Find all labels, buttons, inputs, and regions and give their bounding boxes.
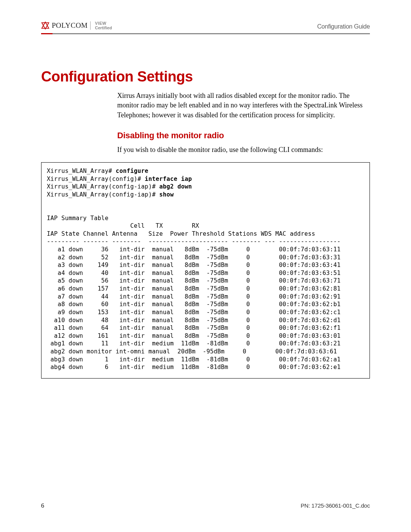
iap-row: abg4 down 6 int-dir medium 11dBm -81dBm … — [47, 364, 341, 371]
cli-output-box: Xirrus_WLAN_Array# configure Xirrus_WLAN… — [41, 162, 370, 379]
iap-summary-title: IAP Summary Table — [47, 215, 108, 222]
cli-prompt: Xirrus_WLAN_Array(config-iap)# — [47, 183, 159, 190]
iap-row: a12 down 161 int-dir manual 8dBm -75dBm … — [47, 332, 341, 339]
cert-line2: Certified — [95, 26, 112, 30]
cli-prompt: Xirrus_WLAN_Array# — [47, 168, 116, 174]
iap-row: abg2 down monitor int-omni manual 20dBm … — [47, 348, 337, 355]
cli-prompt: Xirrus_WLAN_Array(config)# — [47, 176, 145, 182]
iap-row: a2 down 52 int-dir manual 8dBm -75dBm 0 … — [47, 254, 341, 261]
iap-row: abg3 down 1 int-dir medium 11dBm -81dBm … — [47, 356, 341, 363]
cli-command: abg2 down — [159, 183, 192, 190]
page: POLYCOM VIEW Certified Configuration Gui… — [0, 0, 411, 532]
iap-row: abg1 down 11 int-dir medium 11dBm -81dBm… — [47, 340, 341, 347]
cli-prompt: Xirrus_WLAN_Array(config-iap)# — [47, 191, 159, 198]
page-title: Configuration Settings — [41, 69, 370, 85]
iap-header-line1: Cell TX RX — [47, 222, 199, 229]
view-certified-badge: VIEW Certified — [93, 21, 112, 30]
intro-paragraph: Xirrus Arrays initially boot with all ra… — [117, 91, 370, 120]
iap-row: a11 down 64 int-dir manual 8dBm -75dBm 0… — [47, 324, 341, 331]
cli-command: show — [159, 191, 174, 198]
document-part-number: PN: 1725-36061-001_C.doc — [301, 502, 370, 509]
iap-row: a10 down 48 int-dir manual 8dBm -75dBm 0… — [47, 317, 341, 324]
iap-row: a6 down 157 int-dir manual 8dBm -75dBm 0… — [47, 285, 341, 292]
body-content: Xirrus Arrays initially boot with all ra… — [117, 91, 370, 155]
brand-text: POLYCOM — [52, 21, 91, 30]
page-header: POLYCOM VIEW Certified Configuration Gui… — [41, 21, 370, 32]
section-heading-disable-monitor: Disabling the monitor radio — [117, 131, 370, 141]
cli-command: interface iap — [145, 176, 192, 182]
disable-monitor-paragraph: If you wish to disable the monitor radio… — [117, 145, 370, 155]
polycom-logo-icon — [41, 21, 49, 30]
iap-row: a1 down 36 int-dir manual 8dBm -75dBm 0 … — [47, 246, 341, 253]
header-rule — [41, 33, 370, 34]
iap-row: a4 down 40 int-dir manual 8dBm -75dBm 0 … — [47, 270, 341, 276]
iap-row: a9 down 153 int-dir manual 8dBm -75dBm 0… — [47, 309, 341, 316]
iap-row: a7 down 44 int-dir manual 8dBm -75dBm 0 … — [47, 293, 341, 300]
cli-command: configure — [116, 168, 148, 174]
iap-row: a3 down 149 int-dir manual 8dBm -75dBm 0… — [47, 262, 341, 268]
document-type-label: Configuration Guide — [317, 23, 370, 30]
page-footer: 6 PN: 1725-36061-001_C.doc — [41, 502, 370, 509]
cert-line1: VIEW — [95, 21, 112, 26]
brand-logo: POLYCOM VIEW Certified — [41, 21, 112, 30]
iap-header-sep: --------- ------- -------- -------------… — [47, 238, 341, 245]
iap-row: a5 down 56 int-dir manual 8dBm -75dBm 0 … — [47, 277, 341, 284]
iap-header-line2: IAP State Channel Antenna Size Power Thr… — [47, 230, 315, 237]
iap-row: a8 down 60 int-dir manual 8dBm -75dBm 0 … — [47, 301, 341, 308]
page-number: 6 — [41, 502, 44, 509]
